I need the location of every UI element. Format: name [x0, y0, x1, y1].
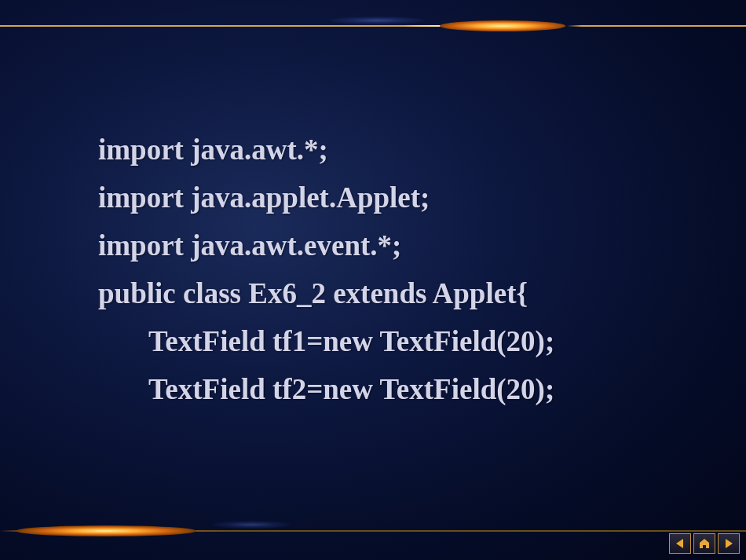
code-line-5: TextField tf1=new TextField(20);	[98, 317, 699, 365]
code-line-3: import java.awt.event.*;	[98, 221, 699, 269]
code-block: import java.awt.*; import java.applet.Ap…	[98, 126, 699, 413]
code-line-4: public class Ex6_2 extends Applet{	[98, 269, 699, 317]
home-button[interactable]	[693, 533, 715, 554]
code-line-1: import java.awt.*;	[98, 126, 699, 174]
code-line-6: TextField tf2=new TextField(20);	[98, 365, 699, 413]
triangle-right-icon	[722, 537, 735, 550]
top-divider	[0, 25, 746, 27]
navigation-controls	[669, 533, 740, 554]
code-line-2: import java.applet.Applet;	[98, 174, 699, 221]
home-icon	[698, 537, 711, 550]
next-button[interactable]	[718, 533, 740, 554]
bottom-accent-decoration	[16, 525, 196, 536]
top-accent-decoration	[440, 20, 565, 31]
prev-button[interactable]	[669, 533, 691, 554]
triangle-left-icon	[674, 537, 686, 550]
